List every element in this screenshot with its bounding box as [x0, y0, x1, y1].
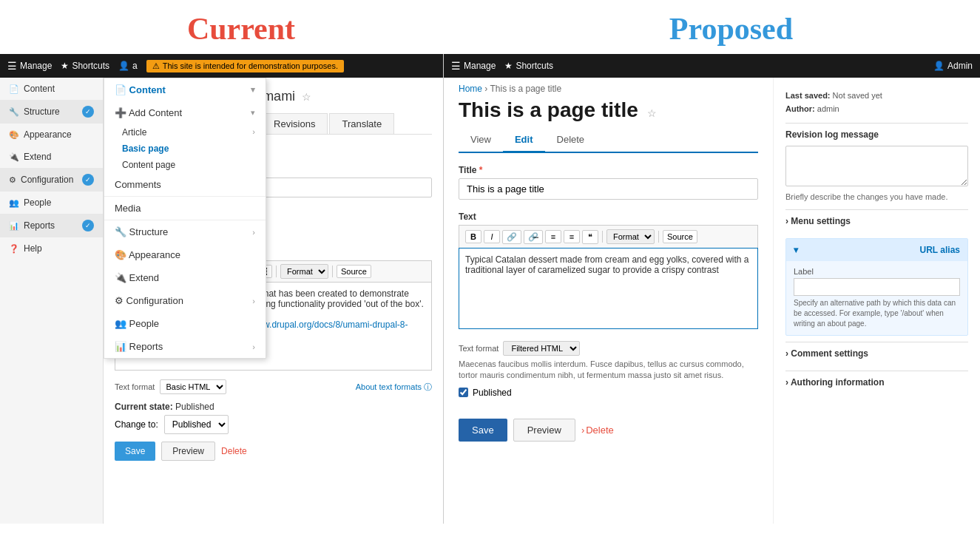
- shortcuts-button[interactable]: ★ Shortcuts: [61, 61, 109, 71]
- sidebar-item-extend[interactable]: 🔌 Extend: [0, 146, 103, 168]
- right-link-button[interactable]: 🔗: [502, 230, 521, 244]
- structure-chevron-dd: ›: [252, 228, 255, 237]
- dropdown-appearance[interactable]: 🎨 Appearance: [104, 243, 266, 266]
- config-chevron-dd: ›: [252, 297, 255, 305]
- dropdown-article[interactable]: Article ›: [104, 124, 266, 141]
- published-checkbox[interactable]: [459, 388, 468, 397]
- right-text-group: Text B I 🔗 🔗̶ ≡ ≡ ❝ Format: [459, 212, 758, 329]
- last-saved-line: Last saved: Not saved yet: [785, 89, 968, 103]
- change-to-select[interactable]: Published: [164, 415, 229, 434]
- dropdown-overlay: 📄 Content ▾ ➕ Add Content ▾ Article › Ba…: [104, 78, 266, 359]
- right-italic-button[interactable]: I: [484, 230, 500, 243]
- right-blockquote-button[interactable]: ❝: [582, 230, 598, 244]
- media-label: Media: [115, 203, 141, 214]
- dropdown-content[interactable]: 📄 Content ▾: [104, 78, 266, 101]
- right-editor-toolbar: B I 🔗 🔗̶ ≡ ≡ ❝ Format So: [459, 225, 758, 248]
- right-delete-button[interactable]: ›Delete: [581, 425, 614, 436]
- published-row: Published: [459, 388, 758, 398]
- menu-settings-section: › Menu settings: [785, 209, 968, 232]
- right-source-button[interactable]: Source: [663, 230, 697, 243]
- left-preview-button[interactable]: Preview: [161, 442, 215, 461]
- right-preview-button[interactable]: Preview: [513, 419, 575, 442]
- sidebar-item-reports[interactable]: 📊 Reports ✓: [0, 214, 103, 237]
- url-label-input[interactable]: [794, 278, 960, 296]
- sidebar-item-structure[interactable]: 🔧 Structure ✓: [0, 100, 103, 124]
- author-value: admin: [817, 104, 839, 113]
- dropdown-configuration[interactable]: ⚙ Configuration ›: [104, 289, 266, 312]
- right-bullet-button[interactable]: ≡: [545, 230, 561, 243]
- right-title-group: Title *: [459, 165, 758, 200]
- right-shortcuts-button[interactable]: ★ Shortcuts: [504, 61, 553, 71]
- config-chevron: ✓: [82, 174, 94, 186]
- right-tab-bar: View Edit Delete: [459, 128, 758, 153]
- dropdown-comments[interactable]: Comments: [104, 173, 266, 197]
- right-save-button[interactable]: Save: [459, 419, 507, 442]
- manage-button[interactable]: ☰ Manage: [7, 60, 52, 72]
- text-format-select[interactable]: Basic HTML: [160, 379, 226, 394]
- right-unlink-button[interactable]: 🔗̶: [524, 230, 543, 244]
- right-body: Home › This is a page title This is a pa…: [444, 78, 980, 524]
- dropdown-basic-page[interactable]: Basic page: [104, 141, 266, 157]
- right-admin-user[interactable]: 👤 Admin: [933, 61, 973, 71]
- right-body-editor[interactable]: Typical Catalan dessert made from cream …: [459, 248, 758, 329]
- left-delete-button[interactable]: Delete: [221, 446, 247, 456]
- right-tab-edit[interactable]: Edit: [503, 128, 545, 153]
- user-button[interactable]: 👤 a: [118, 61, 138, 71]
- dropdown-content-page[interactable]: Content page: [104, 157, 266, 173]
- comment-settings-header[interactable]: › Comment settings: [785, 342, 968, 365]
- sidebar-appearance-label: Appearance: [24, 129, 72, 140]
- toolbar-sep: [276, 266, 277, 277]
- right-tab-delete[interactable]: Delete: [545, 128, 597, 153]
- source-button[interactable]: Source: [337, 265, 371, 278]
- sidebar-item-content[interactable]: 📄 Content: [0, 78, 103, 100]
- text-format-row: Text format Basic HTML About text format…: [115, 379, 432, 394]
- dropdown-people[interactable]: 👥 People: [104, 312, 266, 335]
- right-bold-button[interactable]: B: [465, 230, 481, 243]
- right-user-icon: 👤: [933, 61, 944, 71]
- left-body: 📄 Content 🔧 Structure ✓ 🎨 Appearance: [0, 78, 443, 524]
- right-format-select[interactable]: Format: [606, 229, 655, 244]
- right-breadcrumb-home[interactable]: Home: [459, 84, 482, 94]
- dropdown-structure[interactable]: 🔧 Structure ›: [104, 220, 266, 243]
- tab-translate[interactable]: Translate: [329, 113, 394, 134]
- revision-log-textarea[interactable]: [785, 146, 968, 186]
- right-text-format-select[interactable]: Filtered HTML: [503, 341, 580, 356]
- right-title-input[interactable]: [459, 178, 758, 200]
- bookmark-button[interactable]: ☆: [302, 91, 311, 103]
- article-label: Article: [122, 127, 146, 138]
- reports-chevron: ✓: [82, 220, 94, 231]
- about-formats-link[interactable]: About text formats ⓘ: [356, 382, 432, 393]
- sidebar-item-configuration[interactable]: ⚙ Configuration ✓: [0, 168, 103, 192]
- dropdown-content-label: 📄 Content: [115, 84, 166, 95]
- appearance-label: 🎨 Appearance: [115, 249, 180, 260]
- reports-label: 📊 Reports: [115, 341, 163, 352]
- url-alias-header[interactable]: ▾ URL alias: [786, 239, 967, 261]
- left-sidebar: 📄 Content 🔧 Structure ✓ 🎨 Appearance: [0, 78, 104, 524]
- right-form-area: Title * Text B I 🔗 🔗̶ ≡ ≡ ❝: [444, 153, 773, 419]
- right-tab-view[interactable]: View: [459, 128, 503, 153]
- dropdown-extend[interactable]: 🔌 Extend: [104, 266, 266, 289]
- authoring-info-header[interactable]: › Authoring information: [785, 371, 968, 393]
- delete-arrow-icon: ›: [581, 425, 584, 436]
- toolbar-sep2: [332, 266, 333, 277]
- format-select[interactable]: Format: [280, 264, 328, 279]
- right-number-button[interactable]: ≡: [564, 230, 580, 243]
- author-label: Author:: [785, 104, 815, 113]
- sidebar-item-people[interactable]: 👥 People: [0, 192, 103, 214]
- right-manage-button[interactable]: ☰ Manage: [451, 60, 496, 72]
- sidebar-item-help[interactable]: ❓ Help: [0, 237, 103, 260]
- published-label: Published: [473, 388, 512, 398]
- basic-page-label: Basic page: [122, 143, 169, 154]
- tab-revisions[interactable]: Revisions: [261, 113, 328, 134]
- dropdown-reports[interactable]: 📊 Reports ›: [104, 335, 266, 358]
- dropdown-add-content[interactable]: ➕ Add Content ▾: [104, 101, 266, 124]
- dropdown-media[interactable]: Media: [104, 197, 266, 220]
- left-save-button[interactable]: Save: [115, 442, 155, 461]
- text-format-label: Text format Basic HTML: [115, 379, 226, 394]
- right-bookmark-button[interactable]: ☆: [647, 107, 657, 119]
- left-main-area: Edit Basic page About Umami ☆ View Edit …: [104, 78, 443, 524]
- menu-settings-header[interactable]: › Menu settings: [785, 210, 968, 232]
- right-breadcrumb: Home › This is a page title: [459, 84, 758, 94]
- sidebar-item-appearance[interactable]: 🎨 Appearance: [0, 124, 103, 146]
- right-admin-bar: ☰ Manage ★ Shortcuts 👤 Admin: [444, 54, 980, 78]
